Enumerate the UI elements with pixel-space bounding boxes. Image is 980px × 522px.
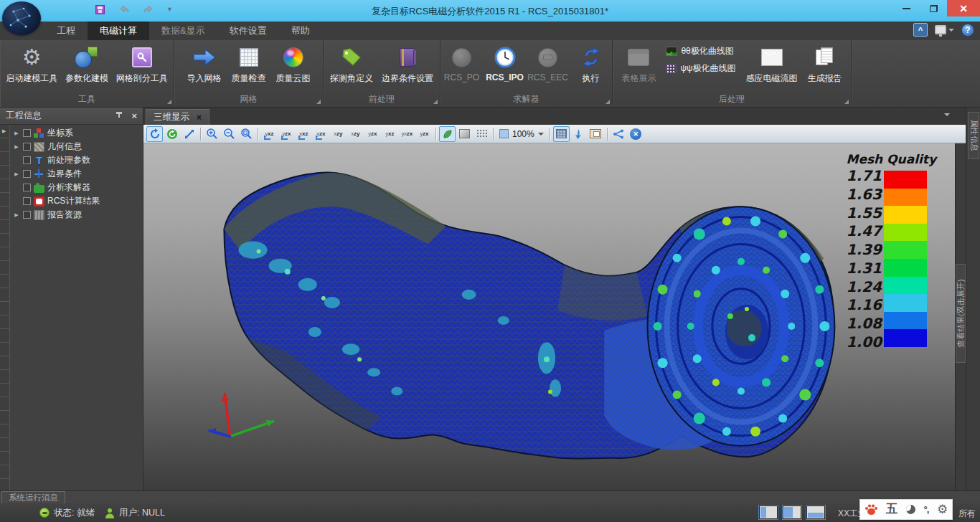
layout-bottom-panel-button[interactable] (806, 506, 825, 519)
zoom-level-select[interactable]: 100% (496, 129, 547, 139)
tab-data-display[interactable]: 数据&显示 (149, 22, 217, 40)
view-preset-button-6[interactable]: xzy (347, 126, 364, 142)
zoom-window-button[interactable] (238, 126, 255, 142)
checkbox[interactable] (23, 129, 31, 137)
view-preset-button-7[interactable]: yzx (364, 126, 381, 142)
spin-view-button[interactable] (164, 126, 180, 142)
view-results-tab[interactable]: 查看结果(双击展开) (956, 264, 966, 363)
checkbox[interactable] (23, 143, 31, 151)
pin-icon[interactable] (114, 111, 124, 121)
tab-em-computation[interactable]: 电磁计算 (88, 22, 149, 40)
quality-check-button[interactable]: 质量检查 (227, 42, 270, 86)
rcs-po-button[interactable]: RCS_PO (441, 42, 483, 84)
zoom-in-button[interactable] (204, 126, 220, 142)
view-preset-button-8[interactable]: yxz (382, 126, 398, 142)
wireframe-dots-button[interactable] (473, 126, 490, 142)
view-preset-button-5[interactable]: xzy (330, 126, 347, 142)
checkbox[interactable] (23, 156, 31, 164)
ime-settings-gear-icon[interactable]: ⚙ (937, 502, 948, 517)
quality-cloud-map-button[interactable]: 质量云图 (272, 42, 315, 86)
orbit-rotate-button[interactable] (146, 126, 163, 142)
tree-item-geometry-info[interactable]: ▶ 几何信息 (10, 140, 143, 153)
zoom-out-button[interactable] (221, 126, 237, 142)
tab-list-dropdown[interactable] (944, 113, 950, 116)
app-logo[interactable] (2, 1, 41, 35)
properties-tab[interactable]: 属性信息 (968, 112, 979, 159)
induced-current-map-button[interactable]: 感应电磁流图 (742, 42, 802, 86)
import-mesh-button[interactable]: 导入网格 (183, 42, 226, 86)
ime-toolbar[interactable]: 五 °, ⚙ (859, 499, 953, 520)
minimize-button[interactable] (892, 0, 920, 16)
tree-item-coordinate-system[interactable]: ▶ 坐标系 (10, 126, 143, 140)
tab-3d-display[interactable]: 三维显示 × (146, 109, 209, 125)
flat-view-button[interactable] (456, 126, 473, 142)
viewport-3d[interactable]: Mesh Quality 1.711.631.551.471.391.311.2… (143, 143, 955, 490)
view-preset-button-4[interactable]: yzx (313, 126, 329, 142)
theta-polarization-curve-button[interactable]: θθ极化曲线图 (666, 45, 735, 57)
collapse-ribbon-button[interactable]: ^ (913, 23, 928, 37)
execute-button[interactable]: 执行 (570, 42, 612, 86)
panel-close-icon[interactable]: × (131, 110, 137, 121)
restore-button[interactable] (920, 0, 947, 16)
tree-item-preprocess-params[interactable]: T 前处理参数 (10, 153, 143, 167)
ime-mode-indicator[interactable]: 五 (886, 502, 897, 517)
tree-item-analysis-solver[interactable]: 分析求解器 (10, 181, 143, 194)
tree-item-boundary-conditions[interactable]: ▶ 边界条件 (10, 167, 143, 181)
close-button[interactable]: ✕ (947, 0, 980, 16)
ime-punctuation-icon[interactable]: °, (924, 504, 929, 515)
view-preset-button-10[interactable]: yzx (416, 126, 433, 142)
probe-angle-button[interactable]: 探测角定义 (326, 42, 377, 86)
pan-arrow-button[interactable] (181, 126, 197, 142)
boundary-condition-button[interactable]: 边界条件设置 (378, 42, 437, 86)
checkbox[interactable] (23, 170, 31, 178)
tree-item-report-resources[interactable]: ▶ 报告资源 (10, 208, 143, 222)
checkbox[interactable] (23, 184, 31, 191)
ime-moon-icon[interactable] (906, 505, 915, 514)
expander-icon[interactable]: ▶ (13, 130, 20, 136)
view-preset-button-3[interactable]: yxz (296, 126, 312, 142)
tab-close-icon[interactable]: × (197, 113, 202, 123)
psi-polarization-curve-button[interactable]: ψψ极化曲线图 (666, 62, 735, 75)
rcs-ipo-button[interactable]: RCS_IPO (484, 42, 526, 84)
view-preset-button-2[interactable]: yzx (278, 126, 295, 142)
arrow-down-button[interactable] (570, 126, 587, 142)
chevron-right-icon[interactable]: ▶ (2, 128, 6, 134)
view-preset-button-9[interactable]: yxzx (399, 126, 415, 142)
document-tab-bar: 三维显示 × (143, 108, 966, 125)
legend-value: 1.39 (847, 242, 880, 257)
dialog-launcher-icon[interactable] (433, 100, 438, 104)
layout-left-panel-button[interactable] (759, 506, 778, 519)
dialog-launcher-icon[interactable] (316, 100, 321, 104)
tab-help[interactable]: 帮助 (279, 22, 322, 40)
expander-icon[interactable]: ▶ (13, 171, 20, 177)
expander-icon[interactable]: ▶ (13, 212, 20, 218)
checkbox[interactable] (23, 197, 31, 205)
tab-software-settings[interactable]: 软件设置 (217, 22, 279, 40)
tab-project[interactable]: 工程 (44, 22, 88, 40)
ime-paw-icon (864, 503, 878, 516)
mesh-partition-tool-button[interactable]: 网格剖分工具 (113, 42, 171, 86)
system-messages-tab[interactable]: 系统运行消息 (1, 491, 65, 504)
generate-report-button[interactable]: 生成报告 (804, 42, 847, 86)
display-mode-button[interactable] (935, 25, 954, 34)
dialog-launcher-icon[interactable] (606, 100, 610, 104)
capture-window-button[interactable] (588, 126, 604, 142)
tree-item-rcs-results[interactable]: RCS计算结果 (10, 194, 143, 208)
checkbox[interactable] (23, 211, 31, 219)
mesh-display-button[interactable] (553, 126, 570, 142)
help-button[interactable]: ? (961, 24, 974, 37)
close-view-button[interactable]: ✕ (628, 126, 644, 142)
dialog-launcher-icon[interactable] (844, 100, 849, 104)
view-preset-button-1[interactable]: yxz (261, 126, 278, 142)
share-link-button[interactable] (611, 126, 627, 142)
legend-color-segment (884, 277, 927, 295)
expander-icon[interactable]: ▶ (13, 144, 20, 150)
layout-split-button[interactable] (783, 506, 801, 519)
table-view-button[interactable]: 表格展示 (617, 42, 660, 86)
rcs-eec-button[interactable]: RCS_EEC (527, 42, 569, 84)
parametric-modeling-button[interactable]: 参数化建模 (62, 42, 111, 86)
ribbon-group-solver: RCS_PO RCS_IPO RCS_EEC 执行 (440, 40, 613, 107)
dialog-launcher-icon[interactable] (167, 100, 171, 104)
launch-modeling-tool-button[interactable]: ⚙ 启动建模工具 (3, 42, 60, 86)
shaded-view-button[interactable] (439, 126, 456, 142)
